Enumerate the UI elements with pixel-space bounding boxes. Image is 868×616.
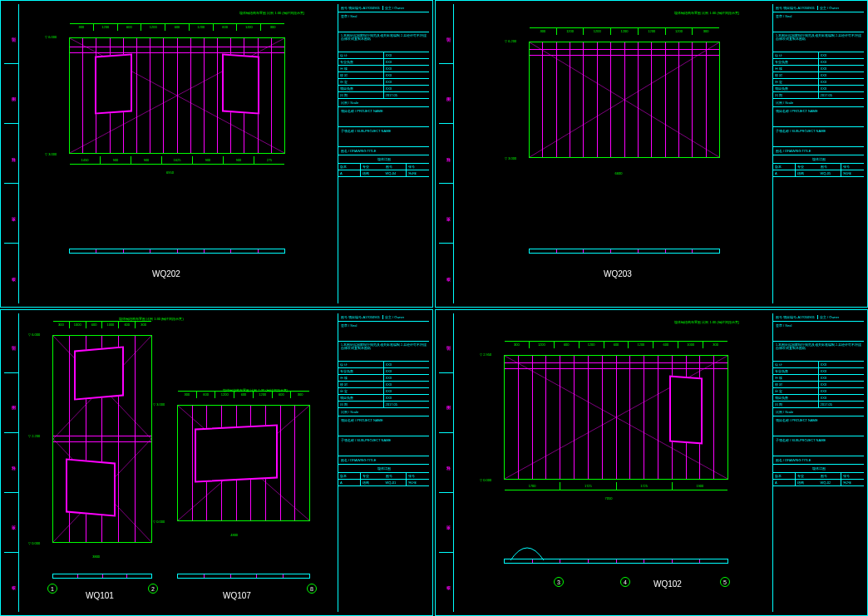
tb-project: 项目名称 / PROJECT NAME bbox=[773, 416, 864, 436]
revision-strip: 说明 图例 注释 版本 审核 bbox=[439, 4, 454, 303]
bracing-cross bbox=[530, 42, 719, 157]
window-opening bbox=[669, 375, 703, 444]
strip-cell: 审核 bbox=[439, 244, 453, 303]
strip-cell: 说明 bbox=[439, 4, 453, 64]
title-block: 图号 项目编号-A17050901业主 / Owner 签章 / Seal 1.… bbox=[338, 313, 429, 613]
level-bot: 0.000 bbox=[28, 541, 40, 545]
tb-dwgtitle: 墙体详图 bbox=[338, 465, 429, 473]
strip-cell: 注释 bbox=[439, 124, 453, 184]
dimensions-top: 3001200600120060012006001000300 bbox=[505, 341, 727, 349]
strip-cell: 版本 bbox=[4, 184, 18, 244]
grid-bubble: 3 bbox=[554, 577, 564, 587]
tb-project: 项目名称 / PROJECT NAME bbox=[338, 107, 429, 127]
tb-scale: 比例 / Scale bbox=[338, 99, 429, 107]
grid-bubble: 8 bbox=[307, 584, 317, 594]
tb-seal: 签章 / Seal bbox=[773, 322, 864, 342]
tb-subproject: 子项名称 / SUB-PROJECT NAME bbox=[773, 436, 864, 456]
plan-section-a bbox=[52, 574, 152, 579]
tb-footer: 版本专业图号张号 A结构WQ-01第1张 bbox=[338, 473, 429, 486]
drawing-note: 墙体钢结构布置图 比例 1:30 (钢柱间距示意) bbox=[674, 11, 739, 15]
dimensions-top: 3001200600120060012006001200300 bbox=[70, 23, 284, 32]
tb-info: 设 计XXX 专业负责XXX 审 核XXX 校 对XXX 审 定XXX 项目负责… bbox=[773, 362, 864, 408]
tb-dwgtitle: 墙体详图 bbox=[773, 465, 864, 473]
tb-seal: 签章 / Seal bbox=[338, 322, 429, 342]
tb-footer: 版本专业图号张号 A结构WQ-02第2张 bbox=[773, 473, 864, 486]
tb-project: 项目名称 / PROJECT NAME bbox=[773, 107, 864, 127]
tb-header: 图号 项目编号-A17050901 bbox=[776, 315, 818, 319]
tb-note: 1.本图依据国家现行规范及相关标准编制 2.未经许可不得擅自修改或复制本图纸 bbox=[338, 342, 429, 362]
tb-subproject: 子项名称 / SUB-PROJECT NAME bbox=[338, 127, 429, 147]
revision-strip: 说明 图例 注释 版本 审核 bbox=[439, 313, 454, 613]
drawing-area: 墙体钢结构布置图 比例 1:30 (钢柱间距示意) 30012006001200… bbox=[454, 313, 772, 613]
dimensions-bottom: 1700172517251900 bbox=[505, 482, 727, 490]
tb-dwgtitle: 墙体详图 bbox=[773, 155, 864, 164]
level-bot: 0.000 bbox=[153, 520, 165, 524]
tb-footer: 版本专业图号张号 A结构WQ-04第4张 bbox=[338, 164, 429, 177]
panel-label: WQ202 bbox=[152, 269, 180, 278]
sheet-wq101-107: 说明 图例 注释 版本 审核 墙体钢结构布置图 比例 1:30 (钢柱间距示意)… bbox=[0, 309, 433, 617]
tb-info: 设 计XXX 专业负责XXX 审 核XXX 校 对XXX 审 定XXX 项目负责… bbox=[338, 52, 429, 99]
tb-note: 1.本图依据国家现行规范及相关标准编制 2.未经许可不得擅自修改或复制本图纸 bbox=[338, 32, 429, 52]
plan-section bbox=[69, 249, 285, 254]
overall-dim: 6600 bbox=[615, 171, 623, 175]
overall-dim: 6950 bbox=[166, 170, 174, 175]
tb-subproject: 子项名称 / SUB-PROJECT NAME bbox=[338, 436, 429, 456]
grid-bubble: 2 bbox=[148, 584, 158, 594]
wall-elevation-wq101: 30010006001000600300 6.000 2.200 0.000 3… bbox=[52, 335, 152, 543]
drawing-note: 墙体钢结构布置图 比例 1:30 (钢柱间距示意) bbox=[674, 320, 739, 324]
dimensions-top: 30012001200120012001200300 bbox=[530, 27, 719, 36]
drawing-area: 墙体钢结构布置图 比例 1:30 (钢柱间距示意) 30012001200120… bbox=[454, 4, 772, 303]
tb-dwgtitle-label: 图名 / DRAWING TITLE bbox=[338, 456, 429, 465]
panel-label: WQ102 bbox=[653, 579, 682, 589]
strip-cell: 注释 bbox=[4, 124, 18, 184]
overall-dim: 7050 bbox=[605, 496, 613, 500]
title-block: 图号 项目编号-A17050901业主 / Owner 签章 / Seal 1.… bbox=[338, 4, 429, 303]
grid-bubble: 5 bbox=[720, 577, 730, 587]
dimensions-top: 30060012006001200600300 bbox=[178, 391, 309, 399]
strip-cell: 版本 bbox=[439, 184, 453, 244]
strip-cell: 注释 bbox=[4, 433, 18, 493]
overall-dim: 3800 bbox=[92, 554, 100, 559]
overall-dim: 4800 bbox=[230, 533, 238, 537]
plan-section-b bbox=[177, 574, 310, 579]
sheet-wq102: 说明 图例 注释 版本 审核 墙体钢结构布置图 比例 1:30 (钢柱间距示意)… bbox=[435, 309, 868, 617]
tb-note: 1.本图依据国家现行规范及相关标准编制 2.未经许可不得擅自修改或复制本图纸 bbox=[773, 342, 864, 362]
tb-scale: 比例 / Scale bbox=[773, 408, 864, 416]
tb-header: 图号 项目编号-A17050901 bbox=[341, 315, 383, 319]
strip-cell: 图例 bbox=[4, 373, 18, 433]
window-opening bbox=[66, 458, 116, 516]
strip-cell: 版本 bbox=[439, 493, 453, 553]
revision-strip: 说明 图例 注释 版本 审核 bbox=[4, 313, 19, 613]
strip-cell: 说明 bbox=[4, 4, 18, 64]
tb-info: 设 计XXX 专业负责XXX 审 核XXX 校 对XXX 审 定XXX 项目负责… bbox=[338, 362, 429, 408]
wall-elevation: 3001200600120060012006001000300 2.950 0.… bbox=[504, 355, 728, 480]
wall-elevation: 30012001200120012001200300 6.200 3.000 6… bbox=[529, 42, 720, 158]
level-top: 6.000 bbox=[45, 35, 57, 39]
revision-strip: 说明 图例 注释 版本 审核 bbox=[4, 4, 19, 303]
tb-dwgtitle-label: 图名 / DRAWING TITLE bbox=[338, 147, 429, 155]
strip-cell: 版本 bbox=[4, 493, 18, 553]
level-mid: 2.200 bbox=[28, 434, 40, 438]
sheet-wq203: 说明 图例 注释 版本 审核 墙体钢结构布置图 比例 1:30 (钢柱间距示意)… bbox=[435, 0, 868, 308]
plan-section bbox=[529, 249, 720, 254]
grid-bubble: 1 bbox=[47, 584, 57, 594]
strip-cell: 审核 bbox=[439, 553, 453, 612]
wall-elevation: 3001200600120060012006001200300 6.000 3.… bbox=[69, 37, 285, 154]
grid-bubble: 4 bbox=[620, 577, 630, 587]
drawing-note: 墙体钢结构布置图 比例 1:30 (钢柱间距示意) bbox=[239, 11, 304, 15]
tb-owner: 业主 / Owner bbox=[383, 315, 427, 319]
tb-project: 项目名称 / PROJECT NAME bbox=[338, 416, 429, 436]
tb-dwgtitle: 墙体详图 bbox=[338, 155, 429, 164]
strip-cell: 图例 bbox=[439, 64, 453, 124]
drawing-area: 墙体钢结构布置图 比例 1:30 (钢柱间距示意) 墙体钢结构布置图 比例 1:… bbox=[19, 313, 338, 613]
tb-dwgtitle-label: 图名 / DRAWING TITLE bbox=[773, 147, 864, 155]
drawing-area: 墙体钢结构布置图 比例 1:30 (钢柱间距示意) 30012006001200… bbox=[19, 4, 338, 303]
level-bot: 0.000 bbox=[480, 478, 491, 482]
window-opening bbox=[74, 346, 124, 400]
window-opening bbox=[222, 53, 259, 114]
strip-cell: 图例 bbox=[439, 373, 453, 433]
level-bot: 3.000 bbox=[45, 152, 57, 156]
title-block: 图号 项目编号-A17050901业主 / Owner 签章 / Seal 1.… bbox=[772, 313, 864, 613]
tb-scale: 比例 / Scale bbox=[773, 99, 864, 107]
tb-header: 图号 项目编号-A17050901 bbox=[776, 6, 818, 10]
